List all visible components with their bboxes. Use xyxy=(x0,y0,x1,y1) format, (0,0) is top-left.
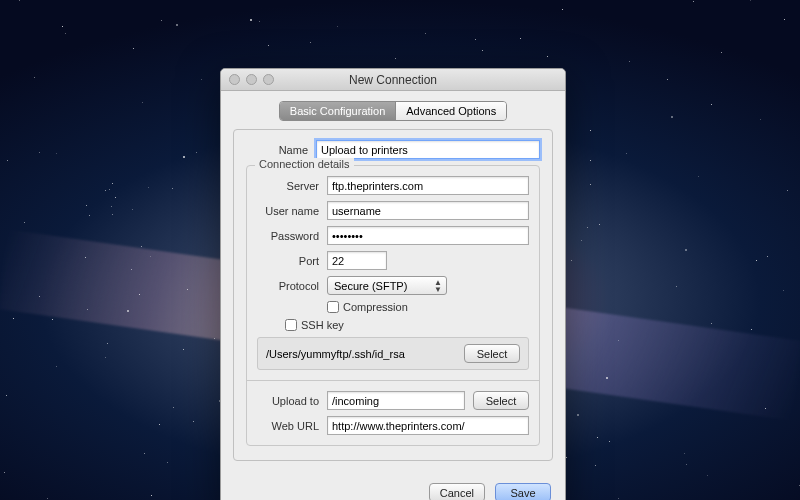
window-titlebar[interactable]: New Connection xyxy=(221,69,565,91)
tab-basic-configuration[interactable]: Basic Configuration xyxy=(280,102,395,120)
sshkey-select-button[interactable]: Select xyxy=(464,344,520,363)
password-label: Password xyxy=(257,230,319,242)
tab-advanced-options[interactable]: Advanced Options xyxy=(395,102,506,120)
divider xyxy=(247,380,539,381)
weburl-label: Web URL xyxy=(257,420,319,432)
group-legend: Connection details xyxy=(255,158,354,170)
window-controls xyxy=(229,74,274,85)
upload-to-input[interactable] xyxy=(327,391,465,410)
form-panel: Name Connection details Server User name… xyxy=(233,129,553,461)
compression-checkbox[interactable]: Compression xyxy=(327,301,408,313)
sshkey-path: /Users/yummyftp/.ssh/id_rsa xyxy=(266,348,405,360)
sshkey-checkbox-input[interactable] xyxy=(285,319,297,331)
sshkey-path-box: /Users/yummyftp/.ssh/id_rsa Select xyxy=(257,337,529,370)
chevron-updown-icon: ▲▼ xyxy=(434,279,442,293)
compression-checkbox-input[interactable] xyxy=(327,301,339,313)
protocol-value: Secure (SFTP) xyxy=(334,280,407,292)
weburl-input[interactable] xyxy=(327,416,529,435)
new-connection-window: New Connection Basic Configuration Advan… xyxy=(220,68,566,500)
server-label: Server xyxy=(257,180,319,192)
upload-select-button[interactable]: Select xyxy=(473,391,529,410)
close-icon[interactable] xyxy=(229,74,240,85)
zoom-icon[interactable] xyxy=(263,74,274,85)
port-input[interactable] xyxy=(327,251,387,270)
protocol-label: Protocol xyxy=(257,280,319,292)
username-input[interactable] xyxy=(327,201,529,220)
upload-label: Upload to xyxy=(257,395,319,407)
cancel-button[interactable]: Cancel xyxy=(429,483,485,500)
password-input[interactable] xyxy=(327,226,529,245)
sshkey-label: SSH key xyxy=(301,319,344,331)
sshkey-checkbox[interactable]: SSH key xyxy=(285,319,344,331)
name-input[interactable] xyxy=(316,140,540,159)
save-button[interactable]: Save xyxy=(495,483,551,500)
name-label: Name xyxy=(246,144,308,156)
protocol-select[interactable]: Secure (SFTP) ▲▼ xyxy=(327,276,447,295)
username-label: User name xyxy=(257,205,319,217)
tab-bar: Basic Configuration Advanced Options xyxy=(233,101,553,121)
server-input[interactable] xyxy=(327,176,529,195)
dialog-footer: Cancel Save xyxy=(221,473,565,500)
compression-label: Compression xyxy=(343,301,408,313)
port-label: Port xyxy=(257,255,319,267)
connection-details-group: Connection details Server User name Pass… xyxy=(246,165,540,446)
minimize-icon[interactable] xyxy=(246,74,257,85)
